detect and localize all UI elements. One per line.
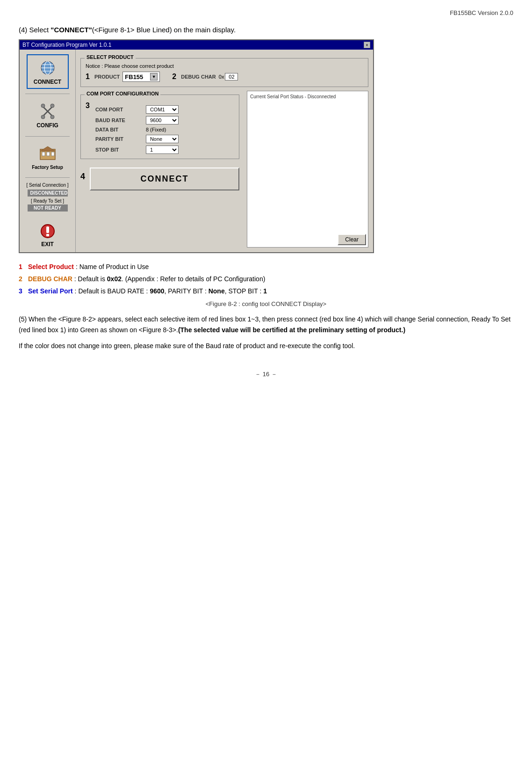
product-value: FB155 bbox=[125, 73, 143, 80]
notice-text: Notice : Please choose correct product bbox=[86, 63, 363, 69]
data-bit-label: DATA BIT bbox=[95, 127, 142, 132]
ann-2-key: DEBUG CHAR bbox=[28, 275, 72, 283]
sidebar-connect-label: CONNECT bbox=[34, 79, 61, 85]
sidebar-factory-button[interactable]: Factory Setup bbox=[27, 141, 69, 173]
app-title: BT Configuration Program Ver 1.0.1 bbox=[22, 42, 112, 48]
baud-rate-select[interactable]: 9600 19200 38400 bbox=[146, 116, 179, 124]
step-heading: (4) Select "CONNECT"(<Figure 8-1> Blue L… bbox=[19, 26, 513, 34]
title-bar: BT Configuration Program Ver 1.0.1 × bbox=[20, 40, 373, 50]
para2-text: If the color does not change into green,… bbox=[19, 342, 355, 350]
svg-rect-12 bbox=[42, 152, 45, 156]
sidebar-connect-button[interactable]: CONNECT bbox=[27, 54, 69, 89]
clear-button[interactable]: Clear bbox=[338, 234, 366, 245]
ann-3-num: 3 bbox=[19, 286, 25, 297]
serial-connection-section: [ Serial Connection ] DISCONNECTED [ Rea… bbox=[20, 182, 75, 211]
version-label: FB155BC Version 2.0.0 bbox=[450, 9, 513, 16]
stop-bit-select-wrap: 1 2 bbox=[146, 146, 207, 154]
parity-bit-label: PARITY BIT bbox=[95, 136, 142, 142]
select-product-group: SELECT PRODUCT Notice : Please choose co… bbox=[80, 58, 368, 87]
svg-point-7 bbox=[41, 104, 45, 108]
step4-number: 4 bbox=[80, 172, 85, 182]
annotation-2: 2 DEBUG CHAR : Default is 0x02. (Appendi… bbox=[19, 274, 513, 285]
com-port-select[interactable]: COM1 COM2 COM3 bbox=[146, 105, 179, 114]
main-content: SELECT PRODUCT Notice : Please choose co… bbox=[76, 50, 373, 252]
content-row: COM PORT CONFIGURATION 3 COM PORT COM1 C… bbox=[80, 91, 368, 248]
debug-value: 0x bbox=[219, 73, 238, 80]
svg-rect-14 bbox=[51, 152, 54, 156]
debug-prefix: 0x bbox=[219, 74, 224, 80]
product-label: PRODUCT bbox=[94, 74, 120, 80]
ann-1-key: Select Product bbox=[28, 263, 74, 270]
stop-bit-select[interactable]: 1 2 bbox=[146, 146, 179, 154]
factory-icon bbox=[36, 144, 59, 164]
svg-rect-18 bbox=[46, 234, 49, 236]
parity-bit-select-wrap: None Even Odd bbox=[146, 135, 207, 143]
exit-icon bbox=[38, 223, 57, 241]
com-port-group: COM PORT CONFIGURATION 3 COM PORT COM1 C… bbox=[80, 95, 239, 159]
connect-button[interactable]: CONNECT bbox=[90, 168, 239, 190]
config-icon bbox=[36, 102, 59, 121]
sidebar-factory-label: Factory Setup bbox=[32, 165, 63, 170]
exit-button[interactable]: EXIT bbox=[38, 223, 57, 248]
debug-char-section: 2 DEBUG CHAR 0x bbox=[172, 73, 238, 81]
sidebar-divider-2 bbox=[25, 136, 70, 137]
debug-input[interactable] bbox=[225, 73, 238, 80]
app-body: CONNECT CONFIG bbox=[20, 50, 373, 252]
com-port-group-label: COM PORT CONFIGURATION bbox=[85, 91, 160, 96]
product-dropdown-arrow[interactable]: ▼ bbox=[150, 73, 158, 80]
svg-rect-13 bbox=[47, 152, 50, 156]
sidebar-config-label: CONFIG bbox=[36, 122, 58, 129]
exit-label: EXIT bbox=[41, 241, 54, 248]
annotation-3: 3 Set Serial Port : Default is BAUD RATE… bbox=[19, 286, 513, 297]
svg-point-9 bbox=[41, 115, 45, 119]
disconnected-badge: DISCONNECTED bbox=[28, 190, 68, 197]
com-port-label: COM PORT bbox=[95, 107, 142, 112]
body-para-1: (5) When the <Figure 8-2> appears, selec… bbox=[19, 314, 513, 335]
ann-1-text: Name of Product in Use bbox=[79, 263, 149, 270]
parity-bit-select[interactable]: None Even Odd bbox=[146, 135, 179, 143]
figure-caption: <Figure 8-2 : config tool CONNECT Displa… bbox=[19, 300, 513, 307]
serial-connection-label: [ Serial Connection ] bbox=[26, 182, 68, 188]
product-select-box[interactable]: FB155 ▼ bbox=[122, 72, 160, 82]
select-product-row: 1 PRODUCT FB155 ▼ 2 DEBUG CHAR 0x bbox=[86, 72, 363, 82]
step3-number: 3 bbox=[86, 102, 90, 110]
ann-1-separator: : bbox=[76, 263, 79, 270]
annotation-1: 1 Select Product : Name of Product in Us… bbox=[19, 262, 513, 273]
sidebar-divider-3 bbox=[25, 177, 70, 178]
sidebar-divider-1 bbox=[25, 94, 70, 94]
app-window: BT Configuration Program Ver 1.0.1 × bbox=[19, 39, 374, 253]
step2-number: 2 bbox=[172, 73, 176, 81]
sidebar-config-button[interactable]: CONFIG bbox=[27, 99, 69, 131]
close-button[interactable]: × bbox=[364, 42, 370, 48]
baud-rate-label: BAUD RATE bbox=[95, 117, 142, 123]
baud-rate-select-wrap: 9600 19200 38400 bbox=[146, 116, 207, 124]
step1-number: 1 bbox=[86, 73, 90, 81]
ann-1-num: 1 bbox=[19, 262, 25, 273]
select-product-group-label: SELECT PRODUCT bbox=[85, 54, 136, 60]
svg-point-10 bbox=[50, 115, 54, 119]
ready-to-set-label: [ Ready To Set ] bbox=[31, 198, 64, 204]
svg-marker-15 bbox=[40, 146, 55, 151]
bold-text: (The selected value will be certified at… bbox=[178, 326, 405, 334]
data-bit-value: 8 (Fixed) bbox=[146, 127, 207, 132]
connect-row: 4 CONNECT bbox=[80, 163, 239, 190]
annotations: 1 Select Product : Name of Product in Us… bbox=[19, 262, 513, 297]
left-col: COM PORT CONFIGURATION 3 COM PORT COM1 C… bbox=[80, 91, 239, 248]
ann-3-key: Set Serial Port bbox=[28, 287, 73, 295]
body-para-2: If the color does not change into green,… bbox=[19, 341, 513, 351]
ann-2-num: 2 bbox=[19, 274, 25, 285]
debug-char-label: DEBUG CHAR bbox=[181, 74, 216, 80]
stop-bit-label: STOP BIT bbox=[95, 147, 142, 153]
svg-rect-17 bbox=[46, 226, 49, 233]
right-panel: Current Serial Port Status - Disconnecte… bbox=[247, 91, 368, 248]
ann-2-text: Default is 0x02. (Appendix : Refer to de… bbox=[78, 275, 266, 283]
com-port-grid: COM PORT COM1 COM2 COM3 BAUD RATE bbox=[95, 105, 207, 154]
svg-point-8 bbox=[50, 104, 54, 108]
ann-3-text: Default is BAUD RATE : 9600, PARITY BIT … bbox=[78, 287, 267, 295]
page-number: － 16 － bbox=[19, 370, 513, 379]
not-ready-badge: NOT READY bbox=[28, 204, 68, 211]
connect-icon bbox=[36, 58, 59, 78]
com-port-select-wrap: COM1 COM2 COM3 bbox=[146, 105, 207, 114]
sidebar: CONNECT CONFIG bbox=[20, 50, 76, 252]
ann-2-separator: : bbox=[74, 275, 78, 283]
